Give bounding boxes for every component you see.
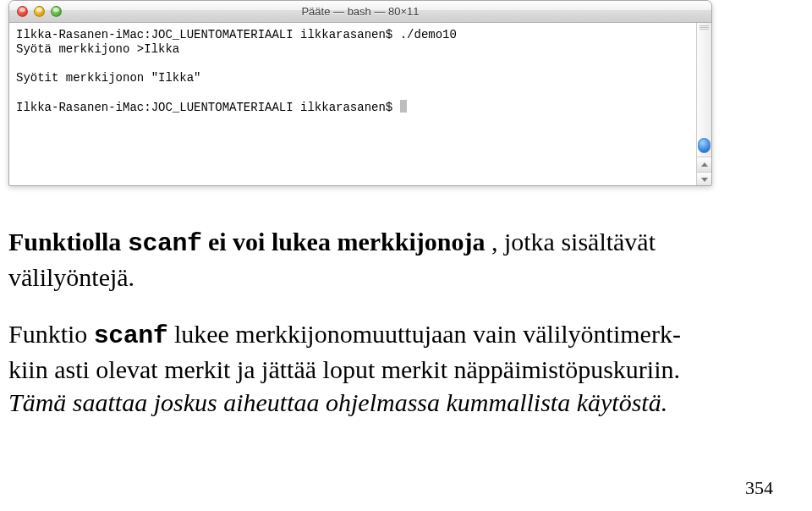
paragraph-2: Funktio scanf lukee merkkijonomuuttujaan…	[8, 317, 761, 419]
output-blank2	[16, 85, 23, 99]
scrollbar-track[interactable]	[697, 23, 711, 157]
scrollbar[interactable]	[696, 23, 711, 185]
scrollbar-grip-icon	[700, 25, 709, 30]
p2-code: scanf	[94, 321, 168, 350]
terminal-window: Pääte — bash — 80×11 Ilkka-Rasanen-iMac:…	[8, 0, 712, 186]
p2-a: Funktio	[8, 320, 94, 348]
output-line-2: Syötä merkkijono >Ilkka	[16, 42, 179, 56]
p2-c: kiin asti olevat merkit ja jättää loput …	[8, 355, 680, 383]
scroll-up-button[interactable]	[697, 157, 711, 172]
window-title: Pääte — bash — 80×11	[9, 5, 711, 18]
output-blank	[16, 57, 23, 70]
command-1: ./demo10	[400, 28, 457, 41]
cursor-icon	[400, 100, 407, 113]
page-number: 354	[745, 477, 773, 499]
traffic-lights	[17, 6, 62, 17]
body-text: Funktiolla scanf ei voi lukea merkkijono…	[8, 225, 761, 442]
close-icon[interactable]	[17, 6, 28, 17]
prompt-1: Ilkka-Rasanen-iMac:JOC_LUENTOMATERIAALI …	[16, 28, 400, 41]
p1-bold-b: ei voi lukea merkkijonoja	[201, 228, 491, 256]
terminal-output[interactable]: Ilkka-Rasanen-iMac:JOC_LUENTOMATERIAALI …	[9, 23, 696, 185]
prompt-2: Ilkka-Rasanen-iMac:JOC_LUENTOMATERIAALI …	[16, 101, 400, 114]
p2-italic: Tämä saattaa joskus aiheuttaa ohjelmassa…	[8, 388, 667, 416]
output-line-3: Syötit merkkijonon "Ilkka"	[16, 71, 200, 85]
scrollbar-thumb[interactable]	[698, 138, 710, 153]
scroll-down-button[interactable]	[697, 172, 711, 186]
titlebar[interactable]: Pääte — bash — 80×11	[9, 1, 711, 23]
p2-b: lukee merkkijonomuuttujaan vain välilyön…	[167, 320, 681, 348]
chevron-down-icon	[701, 178, 708, 182]
zoom-icon[interactable]	[51, 6, 62, 17]
paragraph-1: Funktiolla scanf ei voi lukea merkkijono…	[8, 225, 761, 294]
p1-code: scanf	[128, 229, 202, 258]
chevron-up-icon	[701, 162, 708, 167]
p1-bold-a: Funktiolla	[8, 228, 128, 256]
minimize-icon[interactable]	[34, 6, 45, 17]
